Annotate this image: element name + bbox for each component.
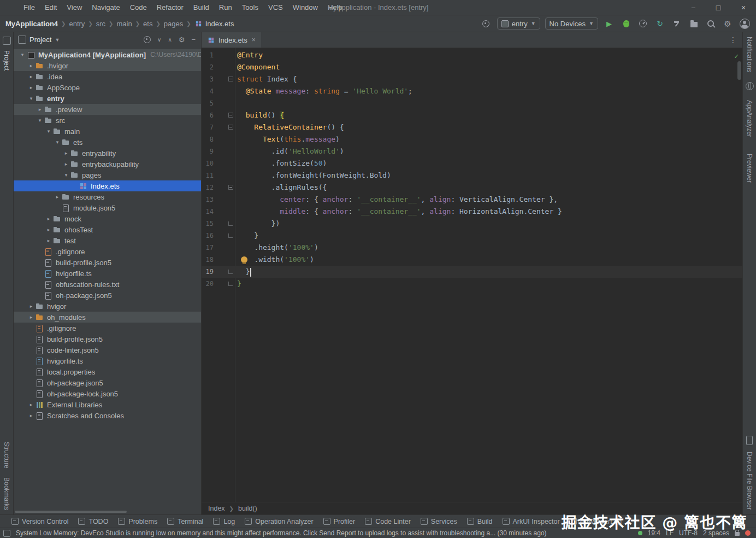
tree-arrow-icon[interactable]: ▸ (36, 107, 44, 112)
editor-breadcrumb-index[interactable]: Index (208, 505, 225, 512)
tree-item-gitignore[interactable]: .gitignore (14, 323, 201, 334)
tool-strip-notifications[interactable]: Notifications (746, 32, 753, 77)
tool-window-button-problems[interactable]: Problems (113, 515, 162, 528)
tree-arrow-icon[interactable]: ▸ (27, 303, 36, 309)
tool-window-button-arkui-inspector[interactable]: ArkUI Inspector (498, 515, 565, 528)
fold-end-icon[interactable] (228, 221, 233, 226)
tree-item-oh-package-lock-json5[interactable]: oh-package-lock.json5 (14, 388, 201, 399)
tree-item-entry[interactable]: ▾entry (14, 93, 201, 104)
gutter[interactable] (214, 206, 237, 218)
code-line-5[interactable]: 5 (202, 97, 742, 109)
line-number[interactable]: 15 (202, 218, 214, 230)
tree-item-hvigorfile-ts[interactable]: hvigorfile.ts (14, 355, 201, 366)
breadcrumb-item-src[interactable]: src (94, 20, 108, 28)
menu-run[interactable]: Run (214, 3, 237, 11)
gutter[interactable] (214, 194, 237, 206)
tree-item-external-libraries[interactable]: ▸External Libraries (14, 399, 201, 410)
menu-edit[interactable]: Edit (40, 3, 62, 11)
device-select[interactable]: No Devices ▼ (545, 17, 598, 30)
locate-file-button[interactable] (144, 36, 151, 43)
tree-arrow-icon[interactable]: ▸ (44, 227, 53, 232)
search-everywhere-button[interactable] (705, 17, 717, 30)
line-number[interactable]: 11 (202, 169, 214, 182)
close-button[interactable]: × (731, 0, 756, 15)
profile-button[interactable] (739, 17, 751, 30)
gutter[interactable] (214, 49, 237, 61)
code-editor[interactable]: ✓ 1@Entry2@Component3struct Index {4 @St… (202, 48, 742, 502)
tree-arrow-icon[interactable]: ▾ (18, 52, 27, 57)
tree-item-myapplication4-myapplication[interactable]: ▾MyApplication4 [MyApplication]C:\Users\… (14, 49, 201, 60)
fold-collapse-icon[interactable] (228, 125, 233, 130)
breadcrumb-item-myapplication4[interactable]: MyApplication4 (3, 20, 60, 28)
tree-item-index-ets[interactable]: Index.ets (14, 180, 201, 191)
gutter[interactable] (214, 121, 237, 133)
project-tool-icon[interactable] (3, 37, 11, 45)
gutter[interactable] (214, 218, 237, 230)
tree-item-entryability[interactable]: ▸entryability (14, 148, 201, 159)
gutter[interactable] (214, 278, 237, 290)
horizontal-scrollbar[interactable] (15, 511, 127, 513)
code-line-6[interactable]: 6 build() { (202, 109, 742, 121)
tool-strip-bookmarks[interactable]: Bookmarks (3, 473, 10, 514)
tree-arrow-icon[interactable]: ▸ (44, 238, 53, 243)
build-button[interactable] (671, 17, 683, 30)
menu-view[interactable]: View (62, 3, 87, 11)
tree-item-appscope[interactable]: ▸AppScope (14, 82, 201, 93)
gutter[interactable] (214, 230, 237, 242)
menu-refactor[interactable]: Refactor (152, 3, 188, 11)
device-file-browser-button[interactable] (688, 17, 700, 30)
tree-item-oh-modules[interactable]: ▸oh_modules (14, 312, 201, 323)
tree-item-build-profile-json5[interactable]: build-profile.json5 (14, 257, 201, 268)
line-number[interactable]: 20 (202, 278, 214, 290)
code-line-20[interactable]: 20} (202, 278, 742, 290)
tree-arrow-icon[interactable]: ▸ (62, 150, 70, 156)
code-line-9[interactable]: 9 .id('HelloWorld') (202, 145, 742, 157)
tree-item-entrybackupability[interactable]: ▸entrybackupability (14, 159, 201, 169)
tool-window-button-code-linter[interactable]: Code Linter (360, 515, 416, 528)
line-number[interactable]: 4 (202, 85, 214, 97)
lock-icon[interactable] (735, 532, 740, 536)
tree-item-src[interactable]: ▾src (14, 115, 201, 126)
line-number[interactable]: 19 (202, 266, 214, 278)
line-number[interactable]: 17 (202, 242, 214, 254)
tree-item-resources[interactable]: ▸resources (14, 191, 201, 202)
tool-window-button-todo[interactable]: TODO (73, 515, 113, 528)
line-number[interactable]: 16 (202, 230, 214, 242)
gutter[interactable] (214, 169, 237, 182)
tool-strip-appanalyzer[interactable]: AppAnalyzer (746, 96, 753, 142)
code-line-11[interactable]: 11 .fontWeight(FontWeight.Bold) (202, 169, 742, 182)
event-log-icon[interactable] (3, 530, 10, 537)
run-button[interactable]: ▶ (603, 17, 615, 30)
code-line-16[interactable]: 16 } (202, 230, 742, 242)
fold-collapse-icon[interactable] (228, 185, 233, 190)
debug-button[interactable] (620, 17, 632, 30)
maximize-button[interactable]: □ (706, 0, 731, 15)
tree-item-scratches-and-consoles[interactable]: ▸Scratches and Consoles (14, 410, 201, 421)
settings-button[interactable]: ⚙ (722, 17, 734, 30)
line-number[interactable]: 18 (202, 254, 214, 266)
tree-item-hvigor[interactable]: ▸.hvigor (14, 60, 201, 71)
line-number[interactable]: 7 (202, 121, 214, 133)
tree-item-obfuscation-rules-txt[interactable]: obfuscation-rules.txt (14, 279, 201, 290)
code-line-18[interactable]: 18 .width('100%') (202, 254, 742, 266)
line-number[interactable]: 13 (202, 194, 214, 206)
globe-icon[interactable] (746, 82, 754, 90)
tree-arrow-icon[interactable]: ▸ (62, 161, 70, 167)
tree-arrow-icon[interactable]: ▸ (53, 194, 62, 200)
tree-item-main[interactable]: ▾main (14, 126, 201, 137)
menu-vcs[interactable]: VCS (263, 3, 288, 11)
status-message[interactable]: System Low Memory: DevEco Studio is runn… (16, 529, 633, 537)
tree-arrow-icon[interactable]: ▾ (62, 172, 70, 178)
breadcrumb-item-ets[interactable]: ets (141, 20, 155, 28)
collapse-all-button[interactable]: ∧ (168, 37, 172, 43)
tree-item-hvigor[interactable]: ▸hvigor (14, 301, 201, 312)
gutter[interactable] (214, 182, 237, 194)
tree-arrow-icon[interactable]: ▸ (27, 63, 36, 68)
tree-arrow-icon[interactable]: ▸ (27, 85, 36, 90)
tree-item-ets[interactable]: ▾ets (14, 137, 201, 148)
gutter[interactable] (214, 266, 237, 278)
hide-panel-button[interactable]: − (191, 36, 196, 44)
menu-navigate[interactable]: Navigate (87, 3, 125, 11)
project-view-selector[interactable]: Project ▼ (29, 36, 60, 44)
tool-strip-project[interactable]: Project (3, 46, 10, 75)
